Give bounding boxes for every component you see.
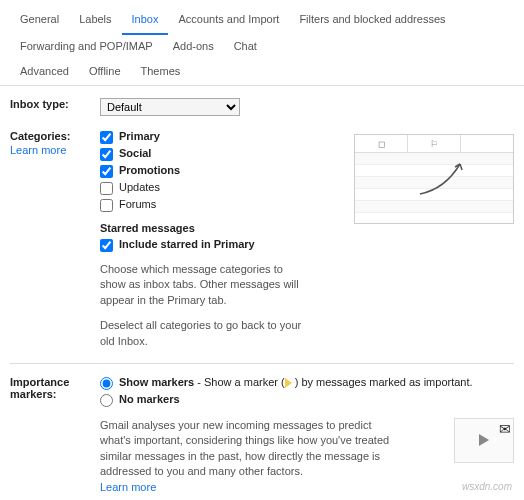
category-primary[interactable]: Primary — [100, 130, 344, 144]
inbox-preview: ◻ ⚐ — [354, 134, 514, 224]
importance-label: Importance markers: — [10, 376, 100, 500]
category-primary-checkbox[interactable] — [100, 131, 113, 144]
categories-learn-more-link[interactable]: Learn more — [10, 144, 100, 156]
preview-row — [355, 153, 513, 165]
preview-tab-social: ⚐ — [408, 135, 461, 152]
include-starred-checkbox[interactable] — [100, 239, 113, 252]
tab-chat[interactable]: Chat — [224, 35, 267, 60]
category-updates-checkbox[interactable] — [100, 182, 113, 195]
no-markers-option[interactable]: No markers — [100, 393, 514, 407]
category-promotions[interactable]: Promotions — [100, 164, 344, 178]
tab-forwarding[interactable]: Forwarding and POP/IMAP — [10, 35, 163, 60]
category-forums-checkbox[interactable] — [100, 199, 113, 212]
importance-marker-icon — [285, 378, 295, 388]
importance-video-thumb[interactable]: ✉ — [454, 418, 514, 463]
category-forums[interactable]: Forums — [100, 198, 344, 212]
tab-advanced[interactable]: Advanced — [10, 60, 79, 85]
inbox-icon: ◻ — [378, 139, 385, 149]
row-categories: Categories: Learn more Primary Social Pr… — [10, 130, 514, 349]
tab-accounts[interactable]: Accounts and Import — [168, 8, 289, 35]
people-icon: ⚐ — [430, 139, 438, 149]
row-inbox-type: Inbox type: Default — [10, 98, 514, 116]
tab-inbox[interactable]: Inbox — [122, 8, 169, 35]
tab-row-1: General Labels Inbox Accounts and Import… — [10, 8, 514, 60]
row-importance: Importance markers: Show markers - Show … — [10, 376, 514, 500]
play-icon — [479, 434, 489, 446]
include-starred[interactable]: Include starred in Primary — [100, 238, 344, 252]
preview-row — [355, 177, 513, 189]
show-markers-radio[interactable] — [100, 377, 113, 390]
show-markers-option[interactable]: Show markers - Show a marker () by messa… — [100, 376, 514, 390]
category-social-checkbox[interactable] — [100, 148, 113, 161]
importance-analysis-desc: Gmail analyses your new incoming message… — [100, 418, 400, 495]
settings-tabs: General Labels Inbox Accounts and Import… — [0, 0, 524, 86]
importance-learn-more-link[interactable]: Learn more — [100, 481, 156, 493]
doodle-icon: ✉ — [499, 421, 511, 437]
tab-general[interactable]: General — [10, 8, 69, 35]
tab-filters[interactable]: Filters and blocked addresses — [289, 8, 455, 35]
preview-row — [355, 189, 513, 201]
tab-offline[interactable]: Offline — [79, 60, 131, 85]
categories-label: Categories: Learn more — [10, 130, 100, 349]
no-markers-radio[interactable] — [100, 394, 113, 407]
category-updates[interactable]: Updates — [100, 181, 344, 195]
category-promotions-checkbox[interactable] — [100, 165, 113, 178]
preview-tab-primary: ◻ — [355, 135, 408, 152]
inbox-type-label: Inbox type: — [10, 98, 100, 116]
starred-messages-heading: Starred messages — [100, 222, 344, 234]
tab-themes[interactable]: Themes — [131, 60, 191, 85]
categories-desc-1: Choose which message categories to show … — [100, 262, 310, 308]
preview-tab-empty — [461, 135, 513, 152]
separator — [10, 363, 514, 364]
preview-row — [355, 165, 513, 177]
category-social[interactable]: Social — [100, 147, 344, 161]
inbox-type-select[interactable]: Default — [100, 98, 240, 116]
categories-desc-2: Deselect all categories to go back to yo… — [100, 318, 310, 349]
tab-addons[interactable]: Add-ons — [163, 35, 224, 60]
preview-row — [355, 201, 513, 213]
tab-row-2: Advanced Offline Themes — [10, 60, 514, 85]
watermark: wsxdn.com — [462, 481, 512, 492]
tab-labels[interactable]: Labels — [69, 8, 121, 35]
